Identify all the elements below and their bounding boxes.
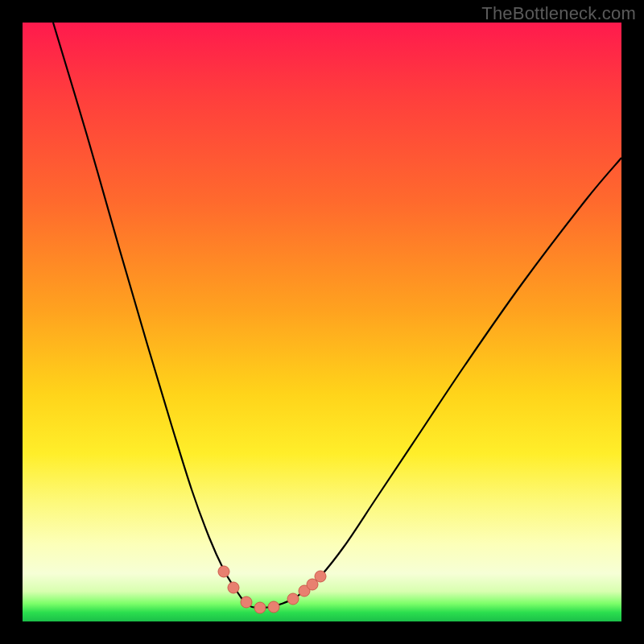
data-marker xyxy=(254,602,266,613)
bottleneck-curve xyxy=(53,23,621,608)
data-marker xyxy=(241,597,252,608)
data-marker xyxy=(287,593,299,605)
data-marker xyxy=(218,566,229,577)
data-marker xyxy=(315,571,326,582)
watermark-text: TheBottleneck.com xyxy=(481,3,636,24)
data-marker xyxy=(268,601,279,613)
data-marker xyxy=(228,582,239,593)
chart-frame: TheBottleneck.com xyxy=(0,0,644,644)
chart-svg xyxy=(23,23,621,621)
chart-plot-area xyxy=(23,23,621,621)
marker-group xyxy=(218,566,326,613)
